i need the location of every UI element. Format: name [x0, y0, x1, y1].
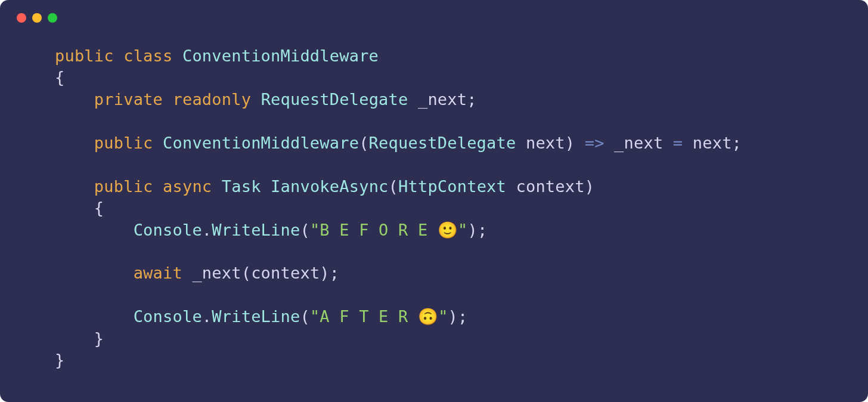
keyword-public: public	[94, 177, 153, 196]
method-name: IanvokeAsync	[271, 177, 388, 196]
string-before: "B E F O R E	[310, 221, 438, 239]
keyword-async: async	[163, 177, 212, 196]
field-next: _next	[614, 134, 663, 152]
semicolon: ;	[330, 264, 339, 282]
type-httpcontext: HttpContext	[398, 177, 506, 196]
paren-open: (	[300, 307, 309, 326]
maximize-icon[interactable]	[48, 13, 57, 23]
param-type: RequestDelegate	[369, 134, 516, 152]
paren-open: (	[389, 177, 398, 196]
semicolon: ;	[732, 134, 742, 152]
class-name: ConventionMiddleware	[182, 47, 379, 65]
dot-op: .	[202, 221, 212, 239]
param-next: next	[693, 134, 732, 152]
ctor-name: ConventionMiddleware	[163, 134, 359, 152]
string-close: "	[438, 307, 448, 326]
dot-op: .	[202, 307, 212, 326]
brace-open: {	[55, 68, 64, 86]
code-window: public class ConventionMiddleware { priv…	[0, 0, 868, 402]
keyword-public: public	[55, 47, 114, 65]
close-icon[interactable]	[17, 13, 26, 23]
emoji-smile-icon: 🙂	[438, 221, 458, 240]
paren-close: )	[585, 177, 594, 196]
param-context: context	[251, 264, 320, 282]
string-close: "	[458, 221, 467, 239]
class-console: Console	[134, 221, 202, 239]
class-console: Console	[134, 307, 202, 326]
keyword-private: private	[94, 90, 163, 109]
paren-close: )	[468, 221, 478, 239]
paren-open: (	[241, 264, 251, 282]
param-context: context	[516, 177, 585, 196]
paren-close: )	[565, 134, 575, 152]
paren-open: (	[359, 134, 368, 152]
semicolon: ;	[467, 90, 476, 109]
keyword-await: await	[134, 264, 182, 282]
type-requestdelegate: RequestDelegate	[261, 90, 408, 109]
window-titlebar	[0, 0, 868, 23]
method-writeline: WriteLine	[212, 307, 300, 326]
keyword-public: public	[94, 134, 153, 152]
method-writeline: WriteLine	[212, 221, 300, 239]
brace-close: }	[94, 329, 104, 348]
minimize-icon[interactable]	[32, 13, 42, 23]
type-task: Task	[222, 177, 261, 196]
param-next: next	[526, 134, 565, 152]
semicolon: ;	[478, 221, 487, 239]
assign-op: =	[673, 134, 683, 152]
arrow-op: =>	[585, 134, 604, 152]
paren-open: (	[300, 221, 309, 239]
string-after: "A F T E R	[310, 307, 418, 326]
paren-close: )	[448, 307, 458, 326]
field-next: _next	[418, 90, 467, 109]
keyword-class: class	[123, 47, 172, 65]
keyword-readonly: readonly	[173, 90, 252, 109]
field-next: _next	[192, 264, 241, 282]
emoji-upside-down-icon: 🙃	[418, 307, 438, 326]
code-block: public class ConventionMiddleware { priv…	[0, 23, 868, 372]
brace-open: {	[94, 199, 104, 217]
paren-close: )	[320, 264, 329, 282]
semicolon: ;	[458, 307, 467, 326]
brace-close: }	[55, 351, 64, 369]
